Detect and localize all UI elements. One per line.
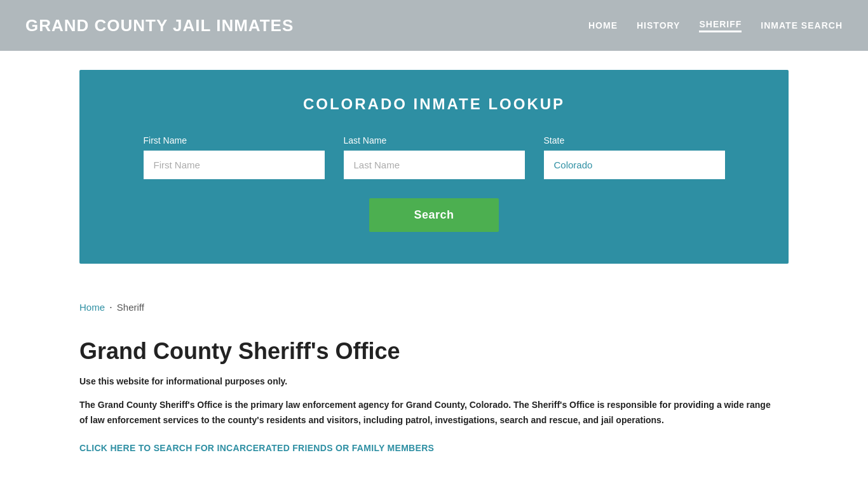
breadcrumb-current: Sheriff (117, 302, 144, 313)
state-label: State (544, 135, 725, 146)
state-input[interactable] (544, 151, 725, 179)
breadcrumb-separator: • (110, 304, 112, 310)
breadcrumb-home-link[interactable]: Home (79, 302, 105, 313)
main-content: Home • Sheriff Grand County Sheriff's Of… (0, 283, 868, 479)
search-btn-row: Search (118, 198, 750, 232)
nav-home[interactable]: HOME (588, 20, 618, 30)
search-section-title: COLORADO INMATE LOOKUP (118, 95, 750, 113)
nav-history[interactable]: HISTORY (637, 20, 680, 30)
cta-link[interactable]: CLICK HERE to Search for Incarcerated Fr… (79, 443, 434, 453)
page-subtitle: Use this website for informational purpo… (79, 376, 789, 386)
site-header: GRAND COUNTY JAIL INMATES HOME HISTORY S… (0, 0, 868, 51)
main-nav: HOME HISTORY SHERIFF INMATE SEARCH (588, 19, 843, 32)
first-name-label: First Name (144, 135, 325, 146)
breadcrumb: Home • Sheriff (79, 302, 789, 313)
search-section: COLORADO INMATE LOOKUP First Name Last N… (79, 70, 789, 264)
search-fields-row: First Name Last Name State (118, 135, 750, 179)
last-name-label: Last Name (344, 135, 525, 146)
nav-inmate-search[interactable]: INMATE SEARCH (761, 20, 843, 30)
state-group: State (544, 135, 725, 179)
site-title: GRAND COUNTY JAIL INMATES (25, 16, 294, 36)
page-title: Grand County Sheriff's Office (79, 338, 789, 365)
nav-sheriff[interactable]: SHERIFF (699, 19, 742, 32)
last-name-input[interactable] (344, 151, 525, 179)
last-name-group: Last Name (344, 135, 525, 179)
first-name-group: First Name (144, 135, 325, 179)
search-button[interactable]: Search (369, 198, 498, 232)
page-description: The Grand County Sheriff's Office is the… (79, 398, 778, 428)
first-name-input[interactable] (144, 151, 325, 179)
